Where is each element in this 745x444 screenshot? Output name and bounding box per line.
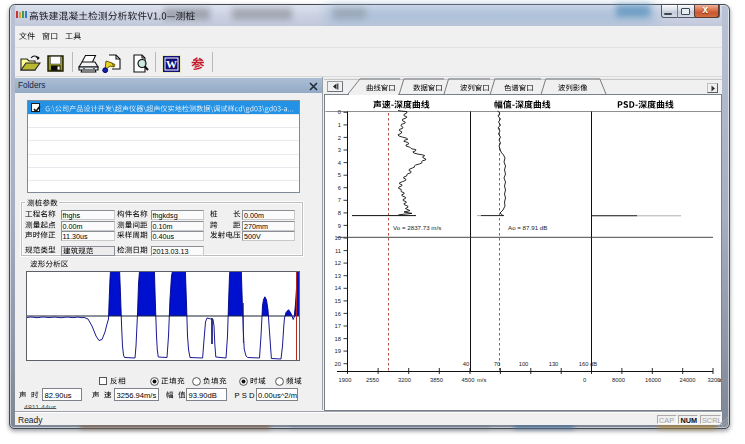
svg-text:11: 11 — [335, 248, 341, 254]
svg-text:5: 5 — [338, 172, 341, 178]
svg-text:8: 8 — [338, 210, 341, 216]
svg-text:12: 12 — [335, 260, 341, 266]
svg-text:130: 130 — [549, 361, 559, 367]
svg-text:15: 15 — [335, 298, 341, 304]
svg-text:19: 19 — [335, 348, 341, 354]
svg-text:0: 0 — [338, 109, 341, 115]
svg-text:Vo = 2837.73 m/s: Vo = 2837.73 m/s — [393, 224, 441, 231]
svg-text:1900: 1900 — [339, 377, 352, 383]
svg-text:14: 14 — [335, 285, 342, 291]
svg-text:16: 16 — [335, 311, 341, 317]
svg-text:3: 3 — [338, 147, 341, 153]
svg-text:8000: 8000 — [612, 377, 625, 383]
svg-text:2550: 2550 — [366, 377, 379, 383]
svg-text:u: u — [718, 377, 721, 383]
svg-text:100: 100 — [519, 361, 529, 367]
svg-text:m/s: m/s — [477, 377, 486, 383]
svg-text:4500: 4500 — [462, 377, 475, 383]
svg-text:6: 6 — [338, 185, 341, 191]
svg-text:0: 0 — [583, 377, 586, 383]
svg-text:13: 13 — [335, 273, 341, 279]
svg-text:16000: 16000 — [645, 377, 661, 383]
svg-text:W: W — [166, 58, 177, 70]
svg-text:70: 70 — [494, 361, 500, 367]
svg-text:10: 10 — [335, 235, 341, 241]
svg-text:7: 7 — [338, 197, 341, 203]
svg-text:24000: 24000 — [679, 377, 695, 383]
svg-text:1: 1 — [338, 122, 341, 128]
svg-text:3850: 3850 — [430, 377, 443, 383]
svg-text:Ao = 87.91 dB: Ao = 87.91 dB — [508, 224, 547, 231]
svg-text:18: 18 — [335, 336, 341, 342]
svg-text:160 dB: 160 dB — [579, 361, 598, 367]
svg-text:40: 40 — [463, 361, 469, 367]
svg-text:2: 2 — [338, 135, 341, 141]
svg-text:9: 9 — [338, 223, 341, 229]
svg-text:3200: 3200 — [398, 377, 411, 383]
svg-text:4: 4 — [338, 160, 342, 166]
svg-text:17: 17 — [335, 323, 341, 329]
svg-text:20: 20 — [335, 361, 341, 367]
